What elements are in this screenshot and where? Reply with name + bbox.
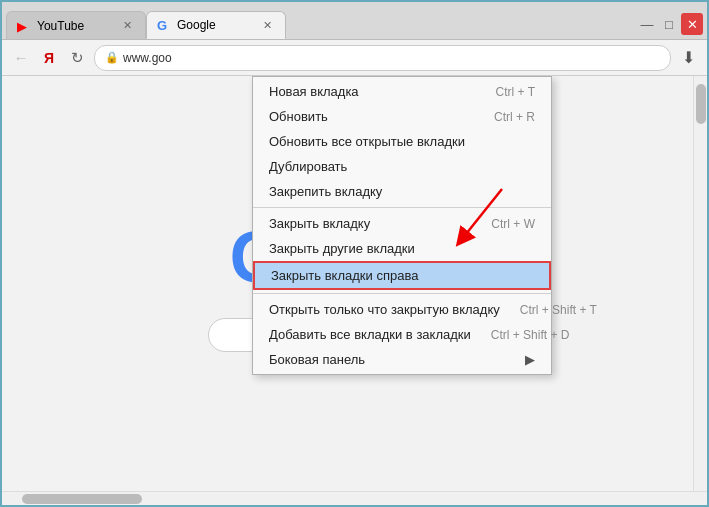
tab-google-close[interactable]: ✕	[259, 17, 275, 33]
menu-item-sidebar[interactable]: Боковая панель ▶	[253, 347, 551, 372]
maximize-button[interactable]: □	[659, 14, 679, 34]
tab-google-title: Google	[177, 18, 253, 32]
submenu-arrow-icon: ▶	[525, 352, 535, 367]
menu-item-new-tab[interactable]: Новая вкладка Ctrl + T	[253, 79, 551, 104]
menu-shortcut-reopen: Ctrl + Shift + T	[520, 303, 597, 317]
horizontal-scrollbar[interactable]	[2, 491, 707, 505]
tab-youtube-close[interactable]: ✕	[119, 18, 135, 34]
menu-label-duplicate: Дублировать	[269, 159, 347, 174]
menu-label-refresh: Обновить	[269, 109, 328, 124]
refresh-button[interactable]: ↻	[66, 47, 88, 69]
browser-body: Google Новая вкладка Ctrl + T Обновить C…	[2, 76, 707, 491]
menu-item-bookmark-all[interactable]: Добавить все вкладки в закладки Ctrl + S…	[253, 322, 551, 347]
scroll-thumb-horizontal[interactable]	[22, 494, 142, 504]
menu-label-close-right: Закрыть вкладки справа	[271, 268, 418, 283]
download-button[interactable]: ⬇	[677, 47, 699, 69]
google-favicon: G	[157, 18, 171, 32]
minimize-button[interactable]: —	[637, 14, 657, 34]
menu-label-pin: Закрепить вкладку	[269, 184, 382, 199]
back-button[interactable]: ←	[10, 47, 32, 69]
menu-item-duplicate[interactable]: Дублировать	[253, 154, 551, 179]
tab-bar: ▶ YouTube ✕ G Google ✕ — □ ✕	[2, 2, 707, 40]
menu-label-close-other: Закрыть другие вкладки	[269, 241, 415, 256]
address-bar: ← Я ↻ 🔒 www.goo ⬇	[2, 40, 707, 76]
menu-label-bookmark-all: Добавить все вкладки в закладки	[269, 327, 471, 342]
youtube-favicon: ▶	[17, 19, 31, 33]
menu-item-reopen[interactable]: Открыть только что закрытую вкладку Ctrl…	[253, 297, 551, 322]
menu-shortcut-bookmark-all: Ctrl + Shift + D	[491, 328, 570, 342]
tab-google[interactable]: G Google ✕	[146, 11, 286, 39]
browser-window: ▶ YouTube ✕ G Google ✕ — □ ✕ ← Я ↻ 🔒 www…	[2, 2, 707, 505]
menu-item-close-other[interactable]: Закрыть другие вкладки	[253, 236, 551, 261]
address-input[interactable]: 🔒 www.goo	[94, 45, 671, 71]
close-button[interactable]: ✕	[681, 13, 703, 35]
menu-item-close-right[interactable]: Закрыть вкладки справа	[253, 261, 551, 290]
menu-item-refresh[interactable]: Обновить Ctrl + R	[253, 104, 551, 129]
separator-1	[253, 207, 551, 208]
tab-youtube-title: YouTube	[37, 19, 113, 33]
menu-item-pin[interactable]: Закрепить вкладку	[253, 179, 551, 204]
separator-2	[253, 293, 551, 294]
menu-shortcut-refresh: Ctrl + R	[494, 110, 535, 124]
url-text: www.goo	[123, 51, 172, 65]
page-content: Google Новая вкладка Ctrl + T Обновить C…	[2, 76, 693, 491]
menu-shortcut-new-tab: Ctrl + T	[496, 85, 535, 99]
menu-label-close-tab: Закрыть вкладку	[269, 216, 370, 231]
scroll-thumb-vertical[interactable]	[696, 84, 706, 124]
vertical-scrollbar[interactable]	[693, 76, 707, 491]
lock-icon: 🔒	[105, 51, 119, 64]
menu-shortcut-close-tab: Ctrl + W	[491, 217, 535, 231]
menu-label-new-tab: Новая вкладка	[269, 84, 359, 99]
context-menu: Новая вкладка Ctrl + T Обновить Ctrl + R…	[252, 76, 552, 375]
menu-item-close-tab[interactable]: Закрыть вкладку Ctrl + W	[253, 211, 551, 236]
tab-youtube[interactable]: ▶ YouTube ✕	[6, 11, 146, 39]
menu-item-refresh-all[interactable]: Обновить все открытые вкладки	[253, 129, 551, 154]
menu-label-refresh-all: Обновить все открытые вкладки	[269, 134, 465, 149]
menu-label-sidebar: Боковая панель	[269, 352, 365, 367]
yandex-button[interactable]: Я	[38, 47, 60, 69]
menu-label-reopen: Открыть только что закрытую вкладку	[269, 302, 500, 317]
window-controls: — □ ✕	[637, 13, 703, 39]
